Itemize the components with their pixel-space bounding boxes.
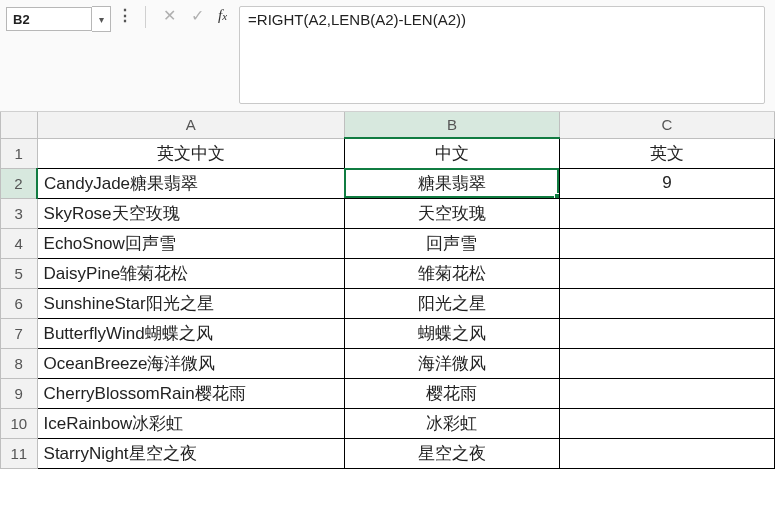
cell[interactable] — [559, 318, 774, 348]
enter-icon[interactable]: ✓ — [186, 4, 208, 26]
row-header[interactable]: 8 — [1, 348, 38, 378]
excel-window: ▾ ⋮ ✕ ✓ fx A B C — [0, 0, 775, 506]
col-header-A[interactable]: A — [37, 112, 344, 138]
cell[interactable]: 英文 — [559, 138, 774, 168]
cell[interactable]: 阳光之星 — [344, 288, 559, 318]
name-box-wrap: ▾ — [0, 0, 117, 34]
row-header[interactable]: 5 — [1, 258, 38, 288]
fx-icon[interactable]: fx — [214, 7, 231, 24]
formula-bar-area: ▾ ⋮ ✕ ✓ fx — [0, 0, 775, 112]
cell[interactable]: 海洋微风 — [344, 348, 559, 378]
cell[interactable]: StarryNight星空之夜 — [37, 438, 344, 468]
formula-input[interactable] — [239, 6, 765, 104]
cell[interactable] — [559, 438, 774, 468]
select-all-corner[interactable] — [1, 112, 38, 138]
row-header[interactable]: 2 — [1, 168, 38, 198]
cell[interactable]: 星空之夜 — [344, 438, 559, 468]
name-box-dropdown[interactable]: ▾ — [92, 6, 111, 32]
cell[interactable]: SunshineStar阳光之星 — [37, 288, 344, 318]
cell[interactable]: 冰彩虹 — [344, 408, 559, 438]
cell[interactable] — [559, 378, 774, 408]
cell[interactable]: 蝴蝶之风 — [344, 318, 559, 348]
cell[interactable]: CherryBlossomRain樱花雨 — [37, 378, 344, 408]
cell[interactable]: CandyJade糖果翡翠 — [37, 168, 344, 198]
cell[interactable]: 回声雪 — [344, 228, 559, 258]
grid: A B C 1英文中文中文英文2CandyJade糖果翡翠糖果翡翠93SkyRo… — [0, 112, 775, 469]
row-header[interactable]: 6 — [1, 288, 38, 318]
cell[interactable] — [559, 288, 774, 318]
more-icon: ⋮ — [117, 0, 135, 25]
cell[interactable]: SkyRose天空玫瑰 — [37, 198, 344, 228]
cell[interactable]: 中文 — [344, 138, 559, 168]
cell[interactable]: ButterflyWind蝴蝶之风 — [37, 318, 344, 348]
row-header[interactable]: 7 — [1, 318, 38, 348]
row-header[interactable]: 10 — [1, 408, 38, 438]
cancel-icon[interactable]: ✕ — [158, 4, 180, 26]
name-box[interactable] — [6, 7, 92, 31]
cell[interactable]: 糖果翡翠 — [344, 168, 559, 198]
cell[interactable] — [559, 228, 774, 258]
cell[interactable]: 天空玫瑰 — [344, 198, 559, 228]
chevron-down-icon: ▾ — [99, 14, 104, 25]
row-header[interactable]: 3 — [1, 198, 38, 228]
divider — [145, 6, 146, 28]
formula-controls: ✕ ✓ fx — [158, 0, 231, 26]
cell[interactable]: 樱花雨 — [344, 378, 559, 408]
cell[interactable]: DaisyPine雏菊花松 — [37, 258, 344, 288]
cell[interactable] — [559, 258, 774, 288]
cell[interactable]: EchoSnow回声雪 — [37, 228, 344, 258]
row-header[interactable]: 9 — [1, 378, 38, 408]
cell[interactable]: IceRainbow冰彩虹 — [37, 408, 344, 438]
cell[interactable] — [559, 348, 774, 378]
sheet-table: A B C 1英文中文中文英文2CandyJade糖果翡翠糖果翡翠93SkyRo… — [0, 112, 775, 469]
col-header-C[interactable]: C — [559, 112, 774, 138]
row-header[interactable]: 1 — [1, 138, 38, 168]
col-header-B[interactable]: B — [344, 112, 559, 138]
cell[interactable]: 英文中文 — [37, 138, 344, 168]
row-header[interactable]: 11 — [1, 438, 38, 468]
cell[interactable]: OceanBreeze海洋微风 — [37, 348, 344, 378]
cell[interactable] — [559, 198, 774, 228]
row-header[interactable]: 4 — [1, 228, 38, 258]
cell[interactable] — [559, 408, 774, 438]
cell[interactable]: 雏菊花松 — [344, 258, 559, 288]
cell[interactable]: 9 — [559, 168, 774, 198]
